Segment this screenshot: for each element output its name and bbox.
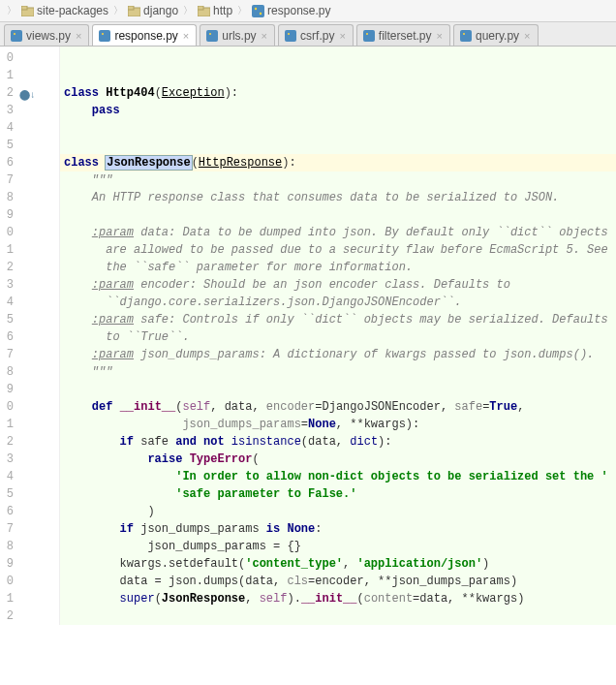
svg-rect-1 <box>21 6 27 10</box>
close-icon[interactable]: × <box>182 30 190 42</box>
code-line: :param encoder: Should be an json encode… <box>60 276 616 294</box>
breadcrumb-item[interactable]: django <box>126 3 180 18</box>
code-line: json_dumps_params=None, **kwargs): <box>60 416 616 433</box>
python-file-icon <box>285 30 296 42</box>
folder-icon <box>198 6 210 16</box>
code-line: ``django.core.serializers.json.DjangoJSO… <box>60 294 616 311</box>
tab-urls[interactable]: urls.py × <box>200 24 275 46</box>
svg-point-16 <box>288 33 290 35</box>
code-line: if json_dumps_params is None: <box>60 520 616 538</box>
svg-point-7 <box>255 7 257 9</box>
python-file-icon <box>11 30 22 42</box>
tab-label: csrf.py <box>300 29 334 43</box>
chevron-right-icon: 〉 <box>7 4 16 17</box>
breadcrumb-label: response.py <box>267 4 330 17</box>
svg-point-12 <box>102 33 104 35</box>
text-cursor: JsonResponse <box>106 156 191 170</box>
breadcrumb-label: http <box>213 4 232 17</box>
code-line: 'safe parameter to False.' <box>60 485 616 503</box>
chevron-right-icon: 〉 <box>237 4 247 17</box>
svg-rect-5 <box>198 6 203 10</box>
code-line: """ <box>60 363 616 381</box>
close-icon[interactable]: × <box>75 30 82 42</box>
svg-point-14 <box>209 33 211 35</box>
svg-point-18 <box>366 33 368 35</box>
breadcrumb-item[interactable]: response.py <box>250 3 332 18</box>
tab-views[interactable]: views.py × <box>4 24 89 46</box>
code-line: def __init__(self, data, encoder=DjangoJ… <box>60 398 616 416</box>
tab-label: filterset.py <box>379 29 432 43</box>
tab-label: query.py <box>476 29 519 43</box>
code-line <box>60 381 616 398</box>
code-line: An HTTP response class that consumes dat… <box>60 189 616 206</box>
close-icon[interactable]: × <box>523 30 531 42</box>
code-line: the ``safe`` parameter for more informat… <box>60 259 616 276</box>
svg-point-8 <box>260 12 262 14</box>
code-line: ) <box>60 503 616 520</box>
code-line: """ <box>60 171 616 189</box>
python-file-icon <box>460 30 472 42</box>
breadcrumb-label: django <box>143 4 178 17</box>
editor-tabs: views.py × response.py × urls.py × csrf.… <box>0 22 616 47</box>
folder-icon <box>21 6 34 16</box>
breadcrumb-item[interactable]: site-packages <box>19 3 110 18</box>
chevron-right-icon: 〉 <box>113 4 123 17</box>
code-line: if safe and not isinstance(data, dict): <box>60 433 616 451</box>
code-line: raise TypeError( <box>60 451 616 468</box>
code-line: 'In order to allow non-dict objects to b… <box>60 468 616 485</box>
close-icon[interactable]: × <box>261 30 268 42</box>
code-line <box>60 137 616 154</box>
python-file-icon <box>363 30 375 42</box>
code-line <box>60 67 616 84</box>
svg-rect-19 <box>460 30 472 42</box>
tab-response[interactable]: response.py × <box>92 24 197 46</box>
tab-label: views.py <box>26 29 71 43</box>
tab-label: urls.py <box>222 29 256 43</box>
code-line: kwargs.setdefault('content_type', 'appli… <box>60 555 616 573</box>
code-line: pass <box>60 102 616 119</box>
svg-rect-11 <box>99 30 110 42</box>
python-file-icon <box>206 30 218 42</box>
python-file-icon <box>99 30 110 42</box>
code-line: class Http404(Exception): <box>60 84 616 102</box>
code-line: are allowed to be passed due to a securi… <box>60 241 616 259</box>
breadcrumb-item[interactable]: http <box>196 3 234 18</box>
line-number-gutter: 012345678901234567890123456789012 <box>0 47 14 625</box>
code-area[interactable]: class Http404(Exception): pass class Jso… <box>60 47 616 625</box>
svg-rect-6 <box>252 5 264 17</box>
svg-rect-13 <box>206 30 218 42</box>
svg-rect-15 <box>285 30 296 42</box>
svg-rect-9 <box>11 30 22 42</box>
code-line: to ``True``. <box>60 328 616 346</box>
breadcrumb-label: site-packages <box>37 4 108 17</box>
breadcrumb: 〉 site-packages 〉 django 〉 http 〉 respon… <box>0 0 616 22</box>
close-icon[interactable]: × <box>338 30 346 42</box>
tab-filterset[interactable]: filterset.py × <box>356 24 450 46</box>
close-icon[interactable]: × <box>436 30 444 42</box>
code-editor[interactable]: 012345678901234567890123456789012 ⬤↓ cla… <box>0 47 616 625</box>
python-file-icon <box>252 5 264 17</box>
tab-label: response.py <box>114 29 177 43</box>
code-line: super(JsonResponse, self).__init__(conte… <box>60 590 616 607</box>
gutter-icons: ⬤↓ <box>14 47 60 625</box>
tab-csrf[interactable]: csrf.py × <box>278 24 354 46</box>
chevron-right-icon: 〉 <box>183 4 193 17</box>
svg-point-20 <box>463 33 465 35</box>
code-line-current: class JsonResponse(HttpResponse): <box>60 154 616 171</box>
code-line: :param safe: Controls if only ``dict`` o… <box>60 311 616 328</box>
code-line <box>60 206 616 224</box>
code-line: json_dumps_params = {} <box>60 538 616 555</box>
tab-query[interactable]: query.py × <box>453 24 539 46</box>
svg-rect-3 <box>128 6 134 10</box>
code-line: :param json_dumps_params: A dictionary o… <box>60 346 616 363</box>
svg-point-10 <box>14 33 15 35</box>
code-line: data = json.dumps(data, cls=encoder, **j… <box>60 573 616 590</box>
code-line <box>60 119 616 137</box>
code-line <box>60 607 616 625</box>
code-line: :param data: Data to be dumped into json… <box>60 224 616 241</box>
folder-icon <box>128 6 140 16</box>
code-line <box>60 49 616 67</box>
svg-rect-17 <box>363 30 375 42</box>
